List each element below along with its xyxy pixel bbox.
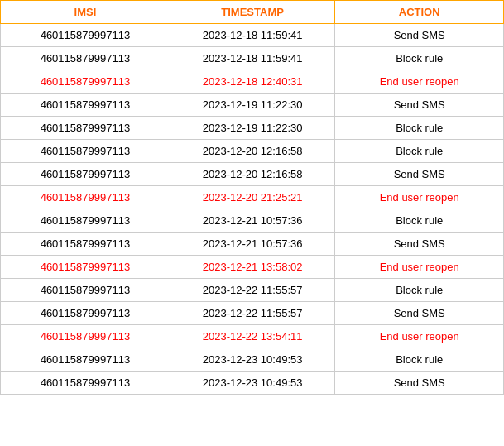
- table-row: 4601158799971132023-12-20 12:16:58Send S…: [1, 163, 504, 186]
- table-row: 4601158799971132023-12-20 21:25:21End us…: [1, 186, 504, 209]
- cell-imsi: 460115879997113: [1, 47, 170, 70]
- cell-timestamp: 2023-12-18 12:40:31: [170, 70, 335, 94]
- cell-action: End user reopen: [335, 325, 504, 348]
- cell-timestamp: 2023-12-19 11:22:30: [170, 117, 335, 140]
- cell-imsi: 460115879997113: [1, 256, 170, 279]
- cell-imsi: 460115879997113: [1, 209, 170, 233]
- cell-imsi: 460115879997113: [1, 24, 170, 47]
- cell-timestamp: 2023-12-21 13:58:02: [170, 256, 335, 279]
- header-timestamp: TIMESTAMP: [170, 1, 335, 24]
- cell-timestamp: 2023-12-20 12:16:58: [170, 163, 335, 186]
- cell-timestamp: 2023-12-21 10:57:36: [170, 233, 335, 256]
- cell-timestamp: 2023-12-22 13:54:11: [170, 325, 335, 348]
- cell-timestamp: 2023-12-20 21:25:21: [170, 186, 335, 209]
- table-row: 4601158799971132023-12-23 10:49:53Block …: [1, 348, 504, 372]
- cell-imsi: 460115879997113: [1, 94, 170, 117]
- data-table: IMSI TIMESTAMP ACTION 460115879997113202…: [0, 0, 504, 395]
- table-row: 4601158799971132023-12-22 13:54:11End us…: [1, 325, 504, 348]
- cell-action: Send SMS: [335, 24, 504, 47]
- cell-action: End user reopen: [335, 186, 504, 209]
- table-row: 4601158799971132023-12-21 10:57:36Block …: [1, 209, 504, 233]
- cell-timestamp: 2023-12-18 11:59:41: [170, 24, 335, 47]
- cell-imsi: 460115879997113: [1, 140, 170, 163]
- table-row: 4601158799971132023-12-21 10:57:36Send S…: [1, 233, 504, 256]
- cell-action: Send SMS: [335, 302, 504, 325]
- cell-action: Block rule: [335, 140, 504, 163]
- table-row: 4601158799971132023-12-22 11:55:57Block …: [1, 279, 504, 302]
- table-row: 4601158799971132023-12-19 11:22:30Block …: [1, 117, 504, 140]
- cell-action: End user reopen: [335, 70, 504, 94]
- cell-imsi: 460115879997113: [1, 325, 170, 348]
- table-row: 4601158799971132023-12-22 11:55:57Send S…: [1, 302, 504, 325]
- table-row: 4601158799971132023-12-20 12:16:58Block …: [1, 140, 504, 163]
- cell-action: Block rule: [335, 47, 504, 70]
- cell-timestamp: 2023-12-23 10:49:53: [170, 372, 335, 395]
- cell-imsi: 460115879997113: [1, 372, 170, 395]
- cell-timestamp: 2023-12-22 11:55:57: [170, 302, 335, 325]
- cell-timestamp: 2023-12-22 11:55:57: [170, 279, 335, 302]
- cell-timestamp: 2023-12-21 10:57:36: [170, 209, 335, 233]
- table-row: 4601158799971132023-12-18 11:59:41Block …: [1, 47, 504, 70]
- cell-action: Block rule: [335, 117, 504, 140]
- table-row: 4601158799971132023-12-18 11:59:41Send S…: [1, 24, 504, 47]
- header-action: ACTION: [335, 1, 504, 24]
- table-row: 4601158799971132023-12-21 13:58:02End us…: [1, 256, 504, 279]
- header-imsi: IMSI: [1, 1, 170, 24]
- cell-action: Send SMS: [335, 233, 504, 256]
- cell-timestamp: 2023-12-19 11:22:30: [170, 94, 335, 117]
- table-header-row: IMSI TIMESTAMP ACTION: [1, 1, 504, 24]
- cell-action: Block rule: [335, 348, 504, 372]
- table-row: 4601158799971132023-12-23 10:49:53Send S…: [1, 372, 504, 395]
- cell-imsi: 460115879997113: [1, 233, 170, 256]
- cell-action: Block rule: [335, 279, 504, 302]
- cell-timestamp: 2023-12-23 10:49:53: [170, 348, 335, 372]
- cell-imsi: 460115879997113: [1, 117, 170, 140]
- cell-imsi: 460115879997113: [1, 348, 170, 372]
- table-row: 4601158799971132023-12-18 12:40:31End us…: [1, 70, 504, 94]
- cell-action: Send SMS: [335, 163, 504, 186]
- cell-imsi: 460115879997113: [1, 186, 170, 209]
- cell-action: Block rule: [335, 209, 504, 233]
- table-row: 4601158799971132023-12-19 11:22:30Send S…: [1, 94, 504, 117]
- cell-action: End user reopen: [335, 256, 504, 279]
- cell-timestamp: 2023-12-20 12:16:58: [170, 140, 335, 163]
- cell-imsi: 460115879997113: [1, 279, 170, 302]
- cell-action: Send SMS: [335, 372, 504, 395]
- cell-timestamp: 2023-12-18 11:59:41: [170, 47, 335, 70]
- cell-imsi: 460115879997113: [1, 163, 170, 186]
- cell-imsi: 460115879997113: [1, 70, 170, 94]
- cell-action: Send SMS: [335, 94, 504, 117]
- cell-imsi: 460115879997113: [1, 302, 170, 325]
